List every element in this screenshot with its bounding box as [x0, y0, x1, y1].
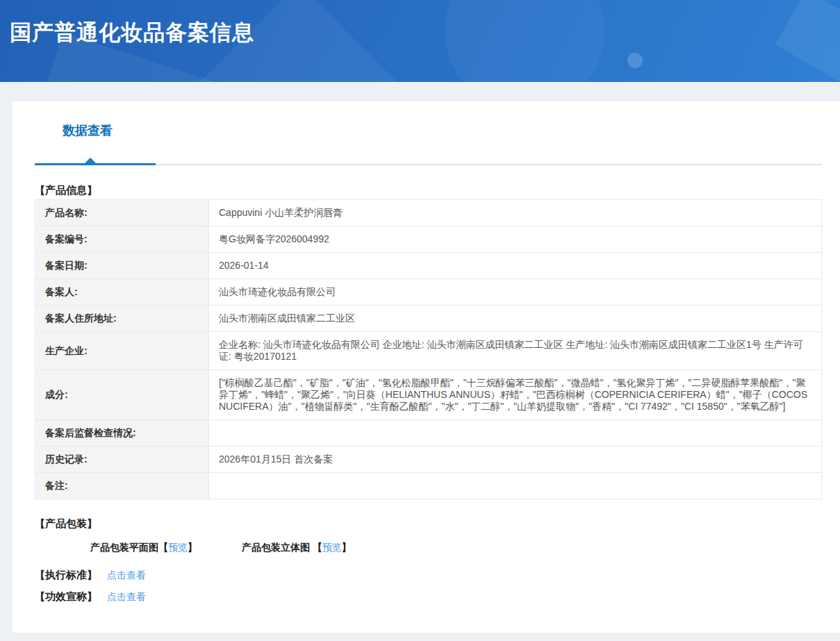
row-label: 成分:: [35, 370, 209, 420]
standard-section: 【执行标准】点击查看: [35, 569, 822, 582]
active-tab-indicator: [35, 163, 156, 165]
row-value: Cappuvini 小山羊柔护润唇膏: [209, 200, 822, 226]
page-footer: 本站由国家药品监督管理局主办 版权所有 Copyright © NMPA All…: [0, 633, 840, 641]
row-value: 汕头市琦迹化妆品有限公司: [209, 279, 822, 306]
row-label: 生产企业:: [35, 332, 209, 370]
product-info-table-body: 产品名称:Cappuvini 小山羊柔护润唇膏备案编号:粤G妆网备字202600…: [35, 200, 822, 499]
row-label: 历史记录:: [35, 447, 209, 473]
tab-pointer-icon: [85, 158, 96, 163]
row-value: 粤G妆网备字2026004992: [209, 226, 822, 253]
main-background: 数据查看 【产品信息】 产品名称:Cappuvini 小山羊柔护润唇膏备案编号:…: [0, 82, 840, 633]
table-row: 成分:["棕榈酸乙基己酯"，"矿脂"，"矿油"，"氢化松脂酸甲酯"，"十三烷醇偏…: [35, 370, 822, 420]
table-row: 产品名称:Cappuvini 小山羊柔护润唇膏: [35, 200, 822, 226]
row-value: 2026年01月15日 首次备案: [209, 447, 822, 473]
table-row: 备案日期:2026-01-14: [35, 253, 822, 279]
tab-data-view[interactable]: 数据查看: [63, 119, 113, 139]
tab-bar: 数据查看: [35, 119, 822, 165]
table-row: 备注:: [35, 473, 822, 499]
bracket-open: 【: [313, 542, 322, 553]
row-label: 备案人:: [35, 279, 209, 306]
row-value: 企业名称: 汕头市琦迹化妆品有限公司 企业地址: 汕头市潮南区成田镇家二工业区 …: [209, 332, 822, 370]
packaging-3d-label: 产品包装立体图: [242, 542, 313, 553]
packaging-3d-item: 产品包装立体图 【预览】: [242, 542, 352, 554]
packaging-flat-label: 产品包装平面图: [90, 542, 158, 553]
page-title: 国产普通化妆品备案信息: [0, 0, 840, 47]
row-label: 产品名称:: [35, 200, 209, 226]
row-label: 备案编号:: [35, 226, 209, 253]
product-info-heading: 【产品信息】: [35, 184, 822, 197]
table-row: 生产企业:企业名称: 汕头市琦迹化妆品有限公司 企业地址: 汕头市潮南区成田镇家…: [35, 332, 822, 370]
row-value: 汕头市潮南区成田镇家二工业区: [209, 306, 822, 332]
table-row: 备案后监督检查情况:: [35, 420, 822, 447]
row-value: [209, 420, 822, 447]
standard-heading: 【执行标准】: [35, 569, 97, 581]
product-info-table: 产品名称:Cappuvini 小山羊柔护润唇膏备案编号:粤G妆网备字202600…: [35, 199, 822, 499]
packaging-heading: 【产品包装】: [35, 517, 822, 531]
bracket-close: 】: [188, 542, 197, 553]
packaging-flat-item: 产品包装平面图【预览】: [90, 542, 197, 554]
efficacy-view-link[interactable]: 点击查看: [107, 591, 146, 602]
efficacy-heading: 【功效宣称】: [35, 590, 97, 602]
standard-view-link[interactable]: 点击查看: [107, 569, 146, 581]
packaging-flat-preview-link[interactable]: 预览: [168, 542, 188, 553]
content-card: 数据查看 【产品信息】 产品名称:Cappuvini 小山羊柔护润唇膏备案编号:…: [13, 101, 840, 633]
row-label: 备案日期:: [35, 253, 209, 279]
table-row: 备案人:汕头市琦迹化妆品有限公司: [35, 279, 822, 306]
row-value: 2026-01-14: [209, 253, 822, 279]
row-label: 备案后监督检查情况:: [35, 420, 209, 447]
table-row: 备案人住所地址:汕头市潮南区成田镇家二工业区: [35, 306, 822, 332]
packaging-row: 产品包装平面图【预览】 产品包装立体图 【预览】: [90, 542, 822, 554]
packaging-3d-preview-link[interactable]: 预览: [322, 542, 342, 553]
row-label: 备案人住所地址:: [35, 306, 209, 332]
table-row: 备案编号:粤G妆网备字2026004992: [35, 226, 822, 253]
bracket-close: 】: [342, 542, 352, 553]
efficacy-section: 【功效宣称】点击查看: [35, 590, 822, 603]
row-value: [209, 473, 822, 499]
table-row: 历史记录:2026年01月15日 首次备案: [35, 447, 822, 473]
bracket-open: 【: [158, 542, 168, 553]
decor-circle-small: [627, 53, 643, 68]
row-label: 备注:: [35, 473, 209, 499]
row-value: ["棕榈酸乙基己酯"，"矿脂"，"矿油"，"氢化松脂酸甲酯"，"十三烷醇偏苯三酸…: [209, 370, 822, 420]
page-header: 国产普通化妆品备案信息: [0, 0, 840, 82]
